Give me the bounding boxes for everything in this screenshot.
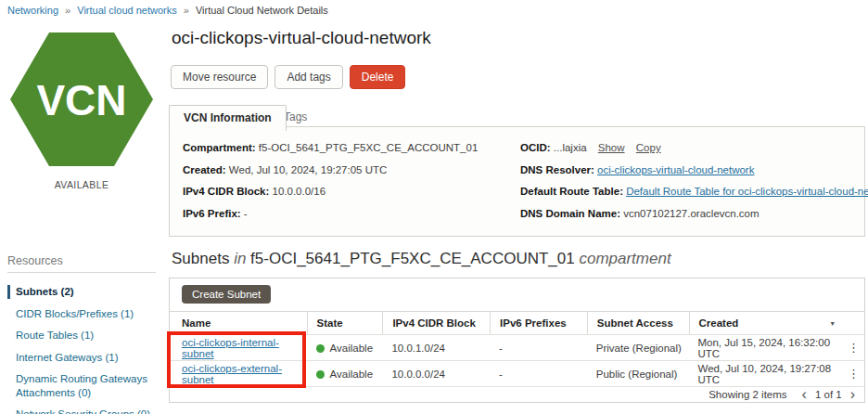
compartment-row: Compartment: f5-OCI_5641_PTG_F5XC_CE_ACC… [183,142,478,153]
resources-list: Subnets (2) CIDR Blocks/Prefixes (1) Rou… [7,285,161,414]
ipv6-cell: - [490,343,587,354]
created-label: Created: [183,164,226,175]
table-row: oci-clickops-external-subnet Available 1… [170,360,864,386]
info-column-left: Compartment: f5-OCI_5641_PTG_F5XC_CE_ACC… [183,142,478,229]
sort-desc-icon[interactable]: ▼ [829,320,836,327]
sidebar-item-drg-attachments[interactable]: Dynamic Routing Gateways Attachments (0) [7,372,161,399]
ipv4-cidr-row: IPv4 CIDR Block: 10.0.0.0/16 [183,186,478,197]
state-value: Available [330,343,373,354]
subnet-link-external[interactable]: oci-clickops-external-subnet [182,363,282,385]
subnets-section-heading: Subnets in f5-OCI_5641_PTG_F5XC_CE_ACCOU… [172,250,671,268]
state-cell: Available [307,369,383,380]
state-cell: Available [307,343,383,354]
status-badge: AVAILABLE [7,179,156,190]
state-value: Available [330,369,373,380]
dns-domain-label: DNS Domain Name: [520,208,620,219]
ocid-show-link[interactable]: Show [598,142,625,153]
ipv4-cidr-label: IPv4 CIDR Block: [183,186,269,197]
row-kebab-menu-icon[interactable]: ⋮ [848,367,860,381]
compartment-value: f5-OCI_5641_PTG_F5XC_CE_ACCOUNT_01 [259,142,479,153]
ocid-copy-link[interactable]: Copy [636,142,661,153]
subnets-toolbar: Create Subnet [170,278,864,312]
ipv6-prefix-row: IPv6 Prefix: - [183,208,478,219]
row-kebab-menu-icon[interactable]: ⋮ [848,341,860,355]
created-cell: Wed, Jul 10, 2024, 19:27:08 UTC [689,363,844,385]
pagination: ‹ 1 of 1 › [802,389,855,400]
dns-resolver-label: DNS Resolver: [520,164,594,175]
dns-domain-value: vcn07102127.oraclevcn.com [623,208,759,219]
vcn-icon-label: VCN [36,76,126,124]
dns-resolver-link[interactable]: oci-clickops-virtual-cloud-network [597,164,754,175]
default-route-table-row: Default Route Table: Default Route Table… [520,186,868,197]
default-route-table-link[interactable]: Default Route Table for oci-clickops-vir… [626,186,868,197]
heading-compartment-word: compartment [579,250,670,267]
heading-in: in [234,250,246,267]
subnet-link-internal[interactable]: oci-clickops-internal-subnet [182,337,279,359]
breadcrumb-current: Virtual Cloud Network Details [196,5,328,16]
table-footer: Showing 2 items ‹ 1 of 1 › [170,386,864,402]
dns-domain-row: DNS Domain Name: vcn07102127.oraclevcn.c… [520,208,868,219]
action-buttons: Move resource Add tags Delete [171,65,405,89]
access-cell: Public (Regional) [587,369,689,380]
sidebar-item-internet-gateways[interactable]: Internet Gateways (1) [7,351,161,365]
vcn-information-panel: Compartment: f5-OCI_5641_PTG_F5XC_CE_ACC… [169,126,865,237]
ipv6-prefix-value: - [244,208,248,219]
column-header-ipv4-cidr[interactable]: IPv4 CIDR Block [382,312,490,334]
breadcrumb-networking[interactable]: Networking [7,5,58,16]
breadcrumb: Networking » Virtual cloud networks » Vi… [7,5,328,16]
ocid-label: OCID: [520,142,551,153]
created-value: Wed, Jul 10, 2024, 19:27:05 UTC [229,164,387,175]
heading-compartment-name: f5-OCI_5641_PTG_F5XC_CE_ACCOUNT_01 [250,250,575,267]
created-cell: Mon, Jul 15, 2024, 16:32:00 UTC [689,337,844,359]
available-status-icon [316,344,325,353]
ipv6-cell: - [490,369,587,380]
subnets-table-header: Name State IPv4 CIDR Block IPv6 Prefixes… [170,312,864,334]
breadcrumb-separator: » [65,5,70,16]
column-header-actions [843,312,864,334]
ipv4-cell: 10.0.1.0/24 [382,343,490,354]
default-route-table-label: Default Route Table: [520,186,623,197]
subnets-table-card: Create Subnet Name State IPv4 CIDR Block… [169,278,865,403]
column-header-name[interactable]: Name [170,317,307,329]
column-header-created[interactable]: Created ▼ [689,312,844,334]
heading-subnets: Subnets [172,250,229,267]
sidebar-item-route-tables[interactable]: Route Tables (1) [7,329,161,343]
prev-page-icon[interactable]: ‹ [802,390,807,399]
info-column-right: OCID: ...lajxia Show Copy DNS Resolver: … [520,142,868,229]
page-title: oci-clickops-virtual-cloud-network [172,28,431,48]
column-header-subnet-access[interactable]: Subnet Access [587,312,689,334]
created-row: Created: Wed, Jul 10, 2024, 19:27:05 UTC [183,164,478,175]
next-page-icon[interactable]: › [850,390,855,399]
dns-resolver-row: DNS Resolver: oci-clickops-virtual-cloud… [520,164,868,175]
column-header-state[interactable]: State [307,312,383,334]
breadcrumb-separator: » [184,5,189,16]
column-header-ipv6-prefixes[interactable]: IPv6 Prefixes [490,312,587,334]
sidebar-item-cidr-blocks[interactable]: CIDR Blocks/Prefixes (1) [7,307,161,321]
tab-vcn-information[interactable]: VCN Information [169,105,287,131]
ipv4-cidr-value: 10.0.0.0/16 [273,186,326,197]
compartment-label: Compartment: [183,142,256,153]
sidebar-item-subnets[interactable]: Subnets (2) [7,285,161,299]
sidebar-item-network-security-groups[interactable]: Network Security Groups (0) [7,408,161,414]
available-status-icon [316,370,325,379]
create-subnet-button[interactable]: Create Subnet [182,285,271,304]
showing-items-text: Showing 2 items [708,389,786,400]
move-resource-button[interactable]: Move resource [171,65,268,89]
resources-divider [7,272,156,273]
breadcrumb-virtual-cloud-networks[interactable]: Virtual cloud networks [77,5,176,16]
ipv4-cell: 10.0.0.0/24 [382,369,490,380]
add-tags-button[interactable]: Add tags [274,65,342,89]
vcn-hexagon-icon: VCN [7,26,156,176]
table-row: oci-clickops-internal-subnet Available 1… [170,334,864,360]
resources-heading: Resources [7,254,63,267]
access-cell: Private (Regional) [587,343,689,354]
delete-button[interactable]: Delete [350,65,406,89]
ipv6-prefix-label: IPv6 Prefix: [183,208,241,219]
ocid-row: OCID: ...lajxia Show Copy [520,142,868,153]
ocid-value: ...lajxia [554,142,587,153]
page-indicator: 1 of 1 [815,389,842,400]
created-header-label: Created [699,317,739,329]
